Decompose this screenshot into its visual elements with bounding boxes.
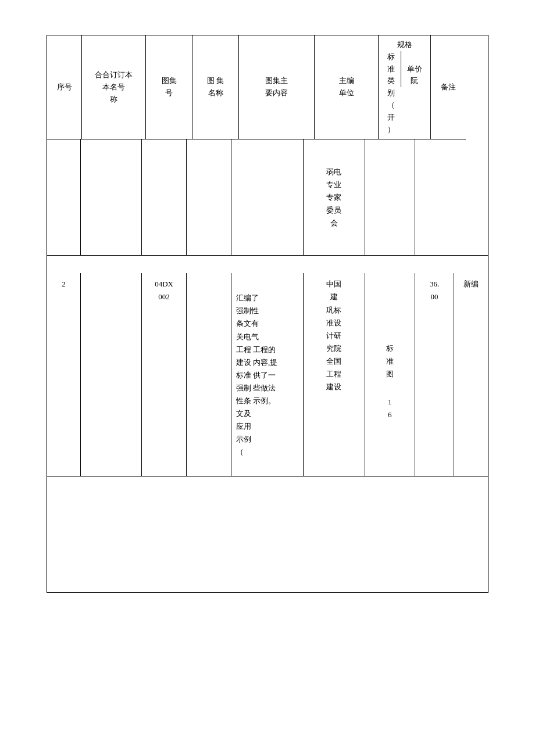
- header-guige-top: 规格: [397, 39, 412, 51]
- row2-tujizhubiaoné: 汇编了强制性条文有关电气工程 工程的建设 内容,提标准 供了一强制 些做法性条 …: [231, 273, 304, 476]
- header-guige: 规格 标准类别（开） 单价 阮: [379, 35, 431, 139]
- row2-beizhu-label: 新编: [463, 278, 479, 291]
- header-guige-sub: 标准类别（开） 单价 阮: [387, 51, 422, 136]
- page-container: 序号 合合订订本 本名号 称 图集 号 图 集 名称 图集主 要内容 主编 单位…: [0, 0, 535, 756]
- row2-zhubianweidai-label: 中国 建 巩标 准设 计研 究院 全国 工程 建设: [326, 278, 341, 393]
- row2-tujiji: 04DX 002: [142, 273, 187, 476]
- header-tujimingcheng-label: 图 集 名称: [207, 75, 224, 99]
- header-hetong: 合合订订本 本名号 称: [82, 35, 146, 139]
- mid-zhubianweidai-content: 弱电 专业 专家 委员 会: [326, 166, 341, 230]
- row2-beizhu: 新编: [454, 273, 488, 476]
- header-hetong-label: 合合订订本 本名号 称: [95, 69, 133, 105]
- mid-tujizhubiaoné: [231, 139, 304, 256]
- row2-xuhao: 2: [47, 273, 81, 476]
- mid-guige: [365, 139, 415, 256]
- row2: 2 04DX 002 汇编了强制性条文有关电气工程 工程的建设 内容,提标准 供…: [47, 273, 488, 476]
- bottom-spacer: [47, 476, 488, 593]
- row2-guige-biaozhun: 标 准 图: [386, 329, 394, 381]
- header-tujiji-label: 图集 号: [162, 75, 177, 99]
- mid-xuhao: [47, 139, 81, 256]
- header-xuhao: 序号: [47, 35, 82, 139]
- row2-danjiayuan: 36. 00: [415, 273, 454, 476]
- mid-tujimingcheng: [187, 139, 231, 256]
- row2-xuhao-label: 2: [62, 278, 66, 291]
- header-beizhu-label: 备注: [441, 81, 456, 94]
- mid-danjiayuan: [415, 139, 454, 256]
- header-zhubianweidai-label: 主编 单位: [339, 75, 354, 99]
- header-tujimingcheng: 图 集 名称: [192, 35, 239, 139]
- row2-guige: 标 准 图 1 6: [365, 273, 415, 476]
- mid-tujiji: [142, 139, 187, 256]
- mid-beizhu: [454, 139, 488, 256]
- row2-zhubianweidai: 中国 建 巩标 准设 计研 究院 全国 工程 建设: [304, 273, 365, 476]
- header-row: 序号 合合订订本 本名号 称 图集 号 图 集 名称 图集主 要内容 主编 单位…: [47, 35, 488, 139]
- spacer: [47, 256, 488, 273]
- table-wrapper: 序号 合合订订本 本名号 称 图集 号 图 集 名称 图集主 要内容 主编 单位…: [47, 35, 488, 593]
- header-xuhao-label: 序号: [57, 81, 72, 94]
- row2-hetong: [81, 273, 142, 476]
- header-tujiji: 图集 号: [146, 35, 192, 139]
- header-zhubianweidai: 主编 单位: [315, 35, 379, 139]
- row2-tujizhubiaoné-content1: 汇编了强制性条文有关电气工程 工程的建设 内容,提标准 供了一强制 些做法性条 …: [236, 292, 278, 458]
- mid-hetong: [81, 139, 142, 256]
- row2-danjiayuan-label: 36. 00: [430, 278, 439, 303]
- mid-zhubianweidai: 弱电 专业 专家 委员 会: [304, 139, 365, 256]
- row2-tujiji-label: 04DX 002: [155, 278, 173, 303]
- header-danjiayuan-label: 单价 阮: [407, 65, 422, 85]
- header-beizhu: 备注: [431, 35, 466, 139]
- row2-tujimingcheng: [187, 273, 231, 476]
- header-tujizhubiaoné: 图集主 要内容: [239, 35, 315, 139]
- header-tujizhubiaoné-label: 图集主 要内容: [265, 75, 288, 99]
- mid-row: 弱电 专业 专家 委员 会: [47, 139, 488, 256]
- row2-guige-num: 1 6: [388, 383, 392, 421]
